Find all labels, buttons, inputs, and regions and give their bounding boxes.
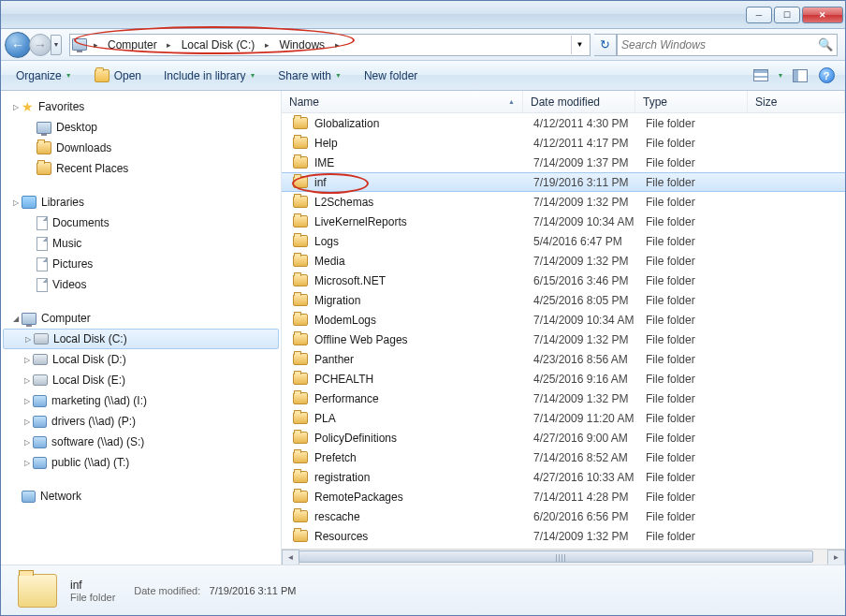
sidebar-item-documents[interactable]: Documents: [3, 213, 279, 233]
open-button[interactable]: Open: [87, 66, 149, 86]
organize-menu[interactable]: Organize▼: [8, 66, 80, 86]
titlebar[interactable]: ─ ☐ ✕: [1, 1, 845, 29]
navigation-pane[interactable]: ▷★Favorites Desktop Downloads Recent Pla…: [1, 91, 282, 565]
close-button[interactable]: ✕: [802, 7, 843, 23]
file-row[interactable]: RemotePackages7/14/2011 4:28 PMFile fold…: [282, 487, 845, 506]
file-row[interactable]: Panther4/23/2016 8:56 AMFile folder: [282, 349, 845, 369]
pane-icon: [793, 69, 808, 82]
details-pane: inf File folder Date modified: 7/19/2016…: [1, 565, 845, 615]
help-button[interactable]: ?: [815, 66, 838, 86]
sidebar-item-recent[interactable]: Recent Places: [3, 158, 279, 179]
file-row[interactable]: Prefetch7/14/2016 8:52 AMFile folder: [282, 447, 845, 467]
column-size[interactable]: Size: [748, 91, 845, 112]
file-row[interactable]: PolicyDefinitions4/27/2016 9:00 AMFile f…: [282, 428, 845, 447]
breadcrumb-computer[interactable]: Computer▸: [102, 35, 176, 55]
horizontal-scrollbar[interactable]: [282, 549, 845, 565]
sidebar-item-videos[interactable]: Videos: [3, 274, 279, 295]
file-name: inf: [314, 176, 533, 189]
file-row[interactable]: LiveKernelReports7/14/2009 10:34 AMFile …: [282, 212, 845, 231]
history-dropdown[interactable]: ▼: [51, 35, 62, 55]
sidebar-item-marketing[interactable]: ▷marketing (\\ad) (I:): [3, 390, 279, 411]
file-rows[interactable]: Globalization4/12/2011 4:30 PMFile folde…: [282, 113, 845, 549]
breadcrumb[interactable]: ▸ Computer▸ Local Disk (C:)▸ Windows▸ ▼: [69, 34, 591, 56]
disk-icon: [33, 354, 48, 365]
sidebar-item-local-disk-e[interactable]: ▷Local Disk (E:): [3, 370, 279, 390]
file-row[interactable]: Migration4/25/2016 8:05 PMFile folder: [282, 290, 845, 310]
refresh-button[interactable]: ↻: [594, 34, 617, 56]
minimize-button[interactable]: ─: [746, 7, 772, 23]
chevron-right-icon[interactable]: ▸: [330, 40, 343, 50]
breadcrumb-windows[interactable]: Windows▸: [273, 35, 343, 55]
sidebar-item-music[interactable]: Music: [3, 233, 279, 254]
column-date[interactable]: Date modified: [523, 91, 635, 112]
sidebar-item-pictures[interactable]: Pictures: [3, 254, 279, 274]
chevron-right-icon[interactable]: ▸: [163, 40, 176, 50]
folder-icon: [36, 141, 51, 154]
file-type: File folder: [646, 373, 758, 386]
file-row[interactable]: Help4/12/2011 4:17 PMFile folder: [282, 133, 845, 153]
file-type: File folder: [646, 432, 758, 445]
file-type: File folder: [646, 412, 758, 425]
file-row[interactable]: L2Schemas7/14/2009 1:32 PMFile folder: [282, 192, 845, 212]
file-type: File folder: [646, 333, 758, 346]
network-group[interactable]: Network: [3, 486, 279, 506]
file-row[interactable]: registration4/27/2016 10:33 AMFile folde…: [282, 467, 845, 487]
chevron-right-icon[interactable]: ▸: [89, 40, 102, 50]
file-date: 6/20/2016 6:56 PM: [533, 510, 646, 523]
file-name: IME: [314, 156, 533, 169]
file-name: Panther: [314, 353, 533, 366]
sidebar-item-local-disk-d[interactable]: ▷Local Disk (D:): [3, 349, 279, 370]
search-icon[interactable]: 🔍: [818, 37, 833, 51]
file-date: 4/12/2011 4:17 PM: [533, 137, 646, 150]
view-options-button[interactable]: [750, 66, 772, 86]
new-folder-button[interactable]: New folder: [357, 66, 425, 86]
file-row[interactable]: Logs5/4/2016 6:47 PMFile folder: [282, 231, 845, 251]
folder-icon: [293, 353, 308, 365]
file-row[interactable]: IME7/14/2009 1:37 PMFile folder: [282, 153, 845, 172]
chevron-right-icon[interactable]: ▸: [260, 40, 273, 50]
breadcrumb-localdisk-c[interactable]: Local Disk (C:)▸: [176, 35, 274, 55]
file-row[interactable]: ModemLogs7/14/2009 10:34 AMFile folder: [282, 310, 845, 330]
file-row[interactable]: Globalization4/12/2011 4:30 PMFile folde…: [282, 113, 845, 133]
file-row[interactable]: Performance7/14/2009 1:32 PMFile folder: [282, 389, 845, 408]
libraries-group[interactable]: ▷Libraries: [3, 192, 279, 213]
search-box[interactable]: 🔍: [617, 34, 838, 56]
file-type: File folder: [646, 491, 758, 504]
forward-button[interactable]: →: [29, 34, 51, 56]
file-type: File folder: [646, 156, 758, 169]
sidebar-item-local-disk-c[interactable]: ▷Local Disk (C:): [3, 329, 279, 349]
folder-icon: [293, 255, 308, 267]
file-row[interactable]: PCHEALTH4/25/2016 9:16 AMFile folder: [282, 369, 845, 389]
back-button[interactable]: ←: [5, 32, 31, 58]
computer-group[interactable]: ◢Computer: [3, 308, 279, 329]
view-options-dropdown[interactable]: ▼: [776, 72, 785, 79]
folder-icon: [293, 530, 308, 542]
file-row[interactable]: Microsoft.NET6/15/2016 3:46 PMFile folde…: [282, 271, 845, 290]
favorites-group[interactable]: ▷★Favorites: [3, 96, 279, 117]
file-date: 7/14/2011 4:28 PM: [533, 491, 646, 504]
file-row[interactable]: Offline Web Pages7/14/2009 1:32 PMFile f…: [282, 330, 845, 349]
sidebar-item-desktop[interactable]: Desktop: [3, 117, 279, 138]
sidebar-item-downloads[interactable]: Downloads: [3, 138, 279, 158]
file-type: File folder: [646, 530, 758, 543]
file-date: 7/14/2009 1:32 PM: [533, 196, 646, 209]
folder-icon: [293, 314, 308, 326]
breadcrumb-dropdown[interactable]: ▼: [571, 36, 588, 54]
file-row[interactable]: PLA7/14/2009 11:20 AMFile folder: [282, 408, 845, 428]
share-with-menu[interactable]: Share with▼: [270, 66, 349, 86]
file-row[interactable]: Resources7/14/2009 1:32 PMFile folder: [282, 526, 845, 546]
column-type[interactable]: Type: [635, 91, 748, 112]
maximize-button[interactable]: ☐: [774, 7, 800, 23]
search-input[interactable]: [621, 38, 818, 51]
sidebar-item-software[interactable]: ▷software (\\ad) (S:): [3, 432, 279, 452]
preview-pane-button[interactable]: [789, 66, 811, 86]
sidebar-item-public[interactable]: ▷public (\\ad) (T:): [3, 452, 279, 473]
sidebar-item-drivers[interactable]: ▷drivers (\\ad) (P:): [3, 411, 279, 432]
column-name[interactable]: Name▲: [282, 91, 523, 112]
file-row[interactable]: rescache6/20/2016 6:56 PMFile folder: [282, 506, 845, 526]
file-row[interactable]: Media7/14/2009 1:32 PMFile folder: [282, 251, 845, 271]
file-type: File folder: [646, 215, 758, 228]
computer-icon: [22, 313, 36, 325]
file-row[interactable]: inf7/19/2016 3:11 PMFile folder: [282, 172, 845, 192]
include-in-library-menu[interactable]: Include in library▼: [156, 66, 263, 86]
